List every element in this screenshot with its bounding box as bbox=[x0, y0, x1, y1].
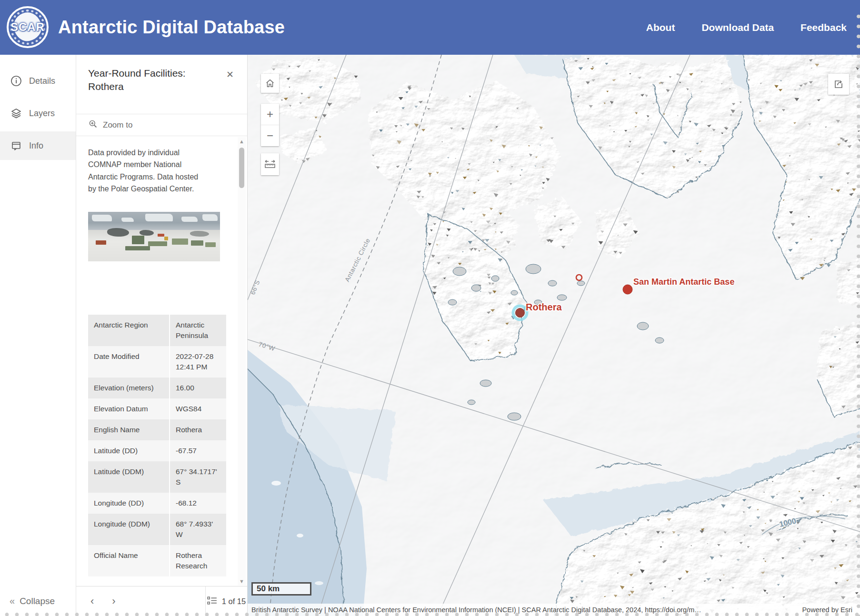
measure-tool-button[interactable] bbox=[261, 153, 279, 175]
nav-feedback[interactable]: Feedback bbox=[800, 22, 847, 33]
info-panel: Year-Round Facilities: Rothera ✕ Zoom to… bbox=[76, 55, 248, 616]
powered-by-esri[interactable]: Powered by Esri bbox=[790, 606, 860, 614]
tools-sidebar: Details Layers Info « Collapse bbox=[0, 55, 76, 616]
panel-scrollbar[interactable]: ▲ ▼ bbox=[238, 137, 246, 586]
attribute-table: Antarctic RegionAntarctic Peninsula Date… bbox=[88, 315, 226, 576]
app-header: SCAR Antarctic Digital Database About Do… bbox=[0, 0, 860, 55]
panel-header: Year-Round Facilities: Rothera ✕ bbox=[76, 55, 247, 114]
popup-info-icon bbox=[10, 140, 22, 151]
next-feature-icon[interactable]: › bbox=[110, 595, 117, 607]
scroll-up-icon[interactable]: ▲ bbox=[238, 138, 246, 145]
zoom-out-button[interactable]: − bbox=[261, 125, 279, 146]
previous-feature-icon[interactable]: ‹ bbox=[89, 595, 96, 607]
attribute-label: Antarctic Region bbox=[88, 315, 170, 346]
layers-icon bbox=[10, 108, 22, 119]
feature-count: 1 of 15 bbox=[206, 586, 247, 616]
table-row: Official NameRothera Research bbox=[88, 545, 226, 576]
station-ring-marker[interactable] bbox=[576, 275, 582, 280]
scroll-down-icon[interactable]: ▼ bbox=[238, 578, 246, 585]
page-title: Antarctic Digital Database bbox=[58, 17, 285, 38]
sidebar-item-info[interactable]: Info bbox=[0, 131, 76, 160]
double-chevron-left-icon: « bbox=[10, 596, 14, 606]
sidebar-item-label: Layers bbox=[29, 109, 55, 119]
zoom-in-button[interactable]: + bbox=[261, 104, 279, 125]
attribute-value: 67° 34.1717' S bbox=[170, 461, 226, 493]
attribute-label: Longitude (DD) bbox=[88, 493, 170, 514]
map-attribution: British Antarctic Survey | NOAA National… bbox=[248, 604, 860, 616]
attribute-value: 68° 7.4933' W bbox=[170, 514, 226, 545]
zoom-to-label: Zoom to bbox=[103, 120, 132, 130]
nav-download-data[interactable]: Download Data bbox=[701, 22, 774, 33]
attribute-value: Rothera Research bbox=[170, 545, 226, 576]
details-info-circle-icon bbox=[10, 75, 22, 87]
san-martin-label: San Martin Antartic Base bbox=[633, 277, 734, 287]
home-extent-button[interactable] bbox=[261, 74, 279, 93]
attribute-label: Date Modified bbox=[88, 346, 170, 378]
nav-about[interactable]: About bbox=[646, 22, 675, 33]
sidebar-item-details[interactable]: Details bbox=[0, 67, 76, 95]
app-window: SCAR Antarctic Digital Database About Do… bbox=[0, 0, 860, 616]
attribute-value: -67.57 bbox=[170, 440, 226, 461]
map-canvas[interactable]: 66°S 70°W Antarctic Circle 1000 San Mart… bbox=[248, 55, 860, 616]
scar-logo: SCAR bbox=[7, 6, 49, 48]
page-count-label: 1 of 15 bbox=[222, 597, 246, 606]
attribute-value: WGS84 bbox=[170, 398, 226, 419]
station-photo bbox=[88, 212, 220, 261]
panel-title: Year-Round Facilities: Rothera bbox=[88, 67, 219, 94]
sidebar-item-label: Info bbox=[29, 141, 43, 151]
zoom-controls: + − bbox=[261, 104, 279, 146]
zoom-to-magnifier-icon bbox=[89, 119, 98, 130]
panel-scroll-content[interactable]: Data provided by individual COMNAP membe… bbox=[76, 136, 247, 586]
logo-text: SCAR bbox=[10, 20, 45, 34]
zoom-to-button[interactable]: Zoom to bbox=[76, 114, 247, 136]
main-nav: About Download Data Feedback bbox=[646, 0, 847, 55]
feature-list-icon[interactable] bbox=[207, 596, 217, 607]
sidebar-item-label: Details bbox=[29, 76, 55, 86]
feature-description: Data provided by individual COMNAP membe… bbox=[76, 136, 219, 195]
attribute-value: -68.12 bbox=[170, 493, 226, 514]
feature-pagination: ‹ › bbox=[76, 586, 206, 616]
scrollbar-thumb[interactable] bbox=[239, 148, 244, 188]
table-row: Elevation (meters)16.00 bbox=[88, 378, 226, 398]
rothera-marker[interactable] bbox=[516, 308, 525, 318]
attribution-sources[interactable]: British Antarctic Survey | NOAA National… bbox=[248, 606, 790, 614]
attribute-value: Rothera bbox=[170, 419, 226, 440]
table-row: Antarctic RegionAntarctic Peninsula bbox=[88, 315, 226, 346]
attribute-value: 2022-07-28 12:41 PM bbox=[170, 346, 226, 378]
table-row: Longitude (DD)-68.12 bbox=[88, 493, 226, 514]
close-icon[interactable]: ✕ bbox=[223, 68, 237, 81]
panel-footer: ‹ › 1 of 15 bbox=[76, 586, 247, 616]
table-row: English NameRothera bbox=[88, 419, 226, 440]
attribute-label: Official Name bbox=[88, 545, 170, 576]
table-row: Elevation DatumWGS84 bbox=[88, 398, 226, 419]
map-container: 66°S 70°W Antarctic Circle 1000 San Mart… bbox=[248, 55, 860, 616]
attribute-value: 16.00 bbox=[170, 378, 226, 398]
san-martin-marker[interactable] bbox=[623, 285, 632, 294]
export-share-button[interactable] bbox=[828, 74, 849, 95]
table-row: Latitude (DD)-67.57 bbox=[88, 440, 226, 461]
table-row: Latitude (DDM)67° 34.1717' S bbox=[88, 461, 226, 493]
collapse-button[interactable]: « Collapse bbox=[10, 596, 55, 606]
sidebar-item-layers[interactable]: Layers bbox=[0, 99, 76, 128]
attribute-label: Elevation Datum bbox=[88, 398, 170, 419]
attribute-value: Antarctic Peninsula bbox=[170, 315, 226, 346]
attribute-label: English Name bbox=[88, 419, 170, 440]
collapse-label: Collapse bbox=[20, 596, 55, 606]
scale-bar-label: 50 km bbox=[257, 584, 280, 593]
rothera-label: Rothera bbox=[526, 302, 562, 312]
table-row: Longitude (DDM)68° 7.4933' W bbox=[88, 514, 226, 545]
attribute-label: Latitude (DD) bbox=[88, 440, 170, 461]
attribute-label: Longitude (DDM) bbox=[88, 514, 170, 545]
table-row: Date Modified2022-07-28 12:41 PM bbox=[88, 346, 226, 378]
attribute-label: Elevation (meters) bbox=[88, 378, 170, 398]
attribute-label: Latitude (DDM) bbox=[88, 461, 170, 493]
scale-bar: 50 km bbox=[251, 582, 311, 596]
